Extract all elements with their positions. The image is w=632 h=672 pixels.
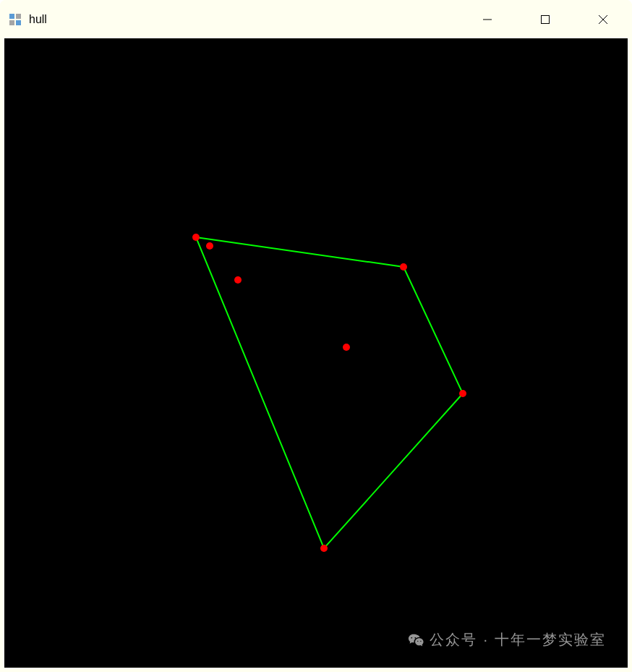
watermark: 公众号 · 十年一梦实验室 xyxy=(408,630,606,650)
data-point xyxy=(192,234,200,241)
data-point xyxy=(206,242,213,250)
app-icon xyxy=(9,13,22,26)
app-window: hull 公众号 · 十年一梦实验室 xyxy=(0,0,632,672)
data-point xyxy=(343,344,350,351)
watermark-label: 公众号 xyxy=(430,630,477,650)
wechat-icon xyxy=(408,632,424,648)
canvas-area: 公众号 · 十年一梦实验室 xyxy=(4,38,628,668)
window-title: hull xyxy=(29,13,458,26)
data-point xyxy=(400,263,407,271)
svg-rect-2 xyxy=(9,20,14,25)
svg-rect-1 xyxy=(16,14,21,19)
close-button[interactable] xyxy=(574,0,632,38)
maximize-button[interactable] xyxy=(516,0,574,38)
window-controls xyxy=(458,0,632,38)
titlebar[interactable]: hull xyxy=(0,0,632,38)
data-point xyxy=(320,545,328,552)
data-point xyxy=(234,276,242,284)
hull-plot xyxy=(4,38,628,668)
watermark-name: 十年一梦实验室 xyxy=(495,630,606,650)
minimize-button[interactable] xyxy=(458,0,516,38)
svg-rect-0 xyxy=(9,14,14,19)
data-point xyxy=(459,390,466,397)
watermark-separator: · xyxy=(483,631,489,648)
svg-rect-5 xyxy=(542,15,550,23)
hull-polygon xyxy=(196,237,463,548)
svg-rect-3 xyxy=(16,20,21,25)
